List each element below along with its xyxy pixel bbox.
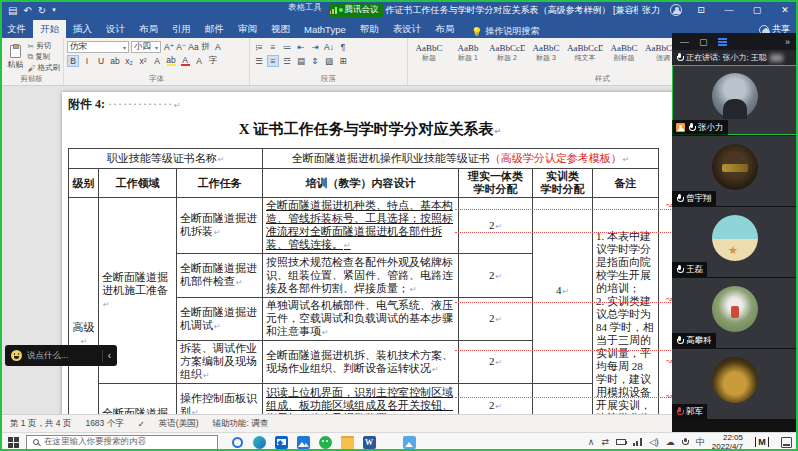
style-chip-5[interactable]: AaBbC副标题 <box>606 43 642 63</box>
ribbon-tab-5[interactable]: 引用 <box>165 20 198 38</box>
font-name-combo[interactable]: 仿宋▾ <box>67 41 129 53</box>
page-indicator[interactable]: 第 1 页，共 4 页 <box>10 418 71 430</box>
meeting-chat-bubble[interactable]: 说点什么... ‹ <box>5 345 117 366</box>
font-btn2-8[interactable]: A <box>179 55 191 67</box>
cortana-app-icon[interactable] <box>226 433 248 451</box>
chevron-up-icon[interactable]: ∧ <box>588 437 595 447</box>
start-button[interactable] <box>0 433 26 451</box>
participant-tile-1[interactable]: 曾宇翔 <box>672 136 798 206</box>
para-btn2-4[interactable]: ⇕ <box>309 55 321 67</box>
ribbon-tab-6[interactable]: 邮件 <box>198 20 231 38</box>
para-btn1-3[interactable]: ⇤ <box>295 41 307 53</box>
chat-placeholder[interactable]: 说点什么... <box>27 350 97 362</box>
font-btn2-3[interactable]: ab <box>109 55 121 67</box>
style-chip-0[interactable]: AaBbC标题 <box>411 43 447 63</box>
word-app-icon[interactable]: W <box>358 433 380 451</box>
font-btn2-4[interactable]: x₂ <box>123 55 135 67</box>
participant-tile-2[interactable]: 王磊 <box>672 207 798 277</box>
language-indicator[interactable]: 英语(美国) <box>159 418 199 430</box>
panel-maximize-icon[interactable]: ▢ <box>699 37 708 47</box>
font-btn1-2[interactable]: Aa <box>187 41 199 53</box>
collapse-icon[interactable]: ‹ <box>108 350 111 361</box>
ribbon-tab-1[interactable]: 开始 <box>33 20 66 38</box>
copy-button[interactable]: ⧉复制 <box>28 52 61 62</box>
para-btn2-3[interactable]: ▤ <box>295 55 307 67</box>
accessibility-status[interactable]: 辅助功能: 调查 <box>212 418 268 430</box>
ribbon-tab-11[interactable]: 表设计 <box>386 20 429 38</box>
font-size-combo[interactable]: 小四▾ <box>131 41 161 53</box>
battery-icon[interactable] <box>616 439 626 445</box>
tell-me-search[interactable]: 💡 操作说明搜索 <box>471 25 539 38</box>
font-btn1-1[interactable]: A⁻ <box>175 41 187 53</box>
font-btn2-7[interactable]: ab <box>165 55 177 67</box>
main-table[interactable]: 职业技能等级证书名称全断面隧道掘进机操作职业技能等级证书（高级学分认定参考模板）… <box>68 148 659 414</box>
meeting-app-icon[interactable]: M <box>750 433 774 451</box>
edge-app-icon[interactable] <box>248 433 270 451</box>
close-icon[interactable]: ✕ <box>776 5 794 15</box>
ribbon-tab-2[interactable]: 插入 <box>66 20 99 38</box>
undo-icon[interactable]: ↶ <box>23 5 31 16</box>
para-btn2-0[interactable]: ☰ <box>253 55 265 67</box>
ribbon-tab-7[interactable]: 审阅 <box>231 20 264 38</box>
paste-button[interactable]: 粘贴 <box>3 40 28 74</box>
para-btn1-0[interactable]: ⁝≡ <box>253 41 265 53</box>
restore-icon[interactable]: ▢ <box>748 5 766 15</box>
qat-dropdown-icon[interactable]: ▾ <box>52 6 56 14</box>
para-btn1-5[interactable]: A↓ <box>323 41 335 53</box>
ribbon-tab-12[interactable]: 布局 <box>428 20 461 38</box>
redo-icon[interactable]: ↻ <box>38 5 46 16</box>
mail-app-icon[interactable] <box>270 433 292 451</box>
panel-layout-icon[interactable] <box>718 38 727 46</box>
font-btn1-4[interactable]: A <box>212 41 224 53</box>
style-chip-1[interactable]: AaBb标题 1 <box>450 43 486 63</box>
font-btn2-2[interactable]: U <box>95 55 107 67</box>
para-btn2-6[interactable]: ⊞ <box>337 55 349 67</box>
meeting-status-widget[interactable]: 腾讯会议 <box>330 3 383 17</box>
image-viewer-app-icon[interactable] <box>398 433 420 451</box>
participant-tile-0[interactable]: 张小力 <box>672 65 798 135</box>
clock[interactable]: 22:05 2022/4/7 <box>712 433 743 451</box>
font-btn1-3[interactable]: 拼 <box>200 41 212 53</box>
panel-minimize-icon[interactable]: — <box>680 37 689 47</box>
para-btn2-1[interactable]: ≡ <box>267 55 279 67</box>
style-chip-3[interactable]: AaBbC标题 3 <box>528 43 564 63</box>
document-page[interactable]: 附件 4: ············· X 证书工作任务与学时学分对应关系表 职… <box>62 92 678 414</box>
para-btn1-2[interactable]: ≔ <box>281 41 293 53</box>
cut-button[interactable]: ✂剪切 <box>28 41 61 51</box>
mic-tray-icon[interactable] <box>682 438 689 447</box>
para-btn1-1[interactable]: ≡ <box>267 41 279 53</box>
font-btn2-6[interactable]: A <box>151 55 163 67</box>
ribbon-tab-4[interactable]: 布局 <box>132 20 165 38</box>
format-painter-button[interactable]: 🖌格式刷 <box>28 63 61 73</box>
style-chip-4[interactable]: AaBbCcDd纯文本 <box>567 43 603 63</box>
para-btn2-2[interactable]: ☲ <box>281 55 293 67</box>
ribbon-tab-9[interactable]: MathType <box>297 20 353 38</box>
file-explorer-app-icon[interactable] <box>336 433 358 451</box>
para-btn1-4[interactable]: ⇥ <box>309 41 321 53</box>
font-btn2-10[interactable]: 字 <box>207 55 219 67</box>
ribbon-tab-3[interactable]: 设计 <box>99 20 132 38</box>
font-btn2-0[interactable]: B <box>67 55 79 67</box>
font-btn2-9[interactable]: A <box>193 55 205 67</box>
taskbar-search[interactable]: 在这里输入你要搜索的内容 <box>26 435 218 450</box>
para-btn1-6[interactable]: ¶ <box>337 41 349 53</box>
save-icon[interactable]: ▤ <box>8 5 17 16</box>
minimize-icon[interactable]: — <box>720 5 738 15</box>
ime-indicator[interactable]: 中 <box>696 436 705 449</box>
network-toggle-icon[interactable]: ⇄ <box>601 437 609 447</box>
wifi-icon[interactable] <box>633 438 642 446</box>
participant-tile-3[interactable]: 高攀科 <box>672 278 798 348</box>
ribbon-display-options-icon[interactable]: ⊡ <box>692 5 710 15</box>
account-avatar[interactable] <box>670 4 682 16</box>
word-count[interactable]: 1683 个字 <box>85 418 123 430</box>
ribbon-tab-8[interactable]: 视图 <box>264 20 297 38</box>
account-name[interactable]: 张力 <box>642 4 660 17</box>
font-btn2-5[interactable]: x² <box>137 55 149 67</box>
participant-tile-4[interactable]: 郭军 <box>672 349 798 419</box>
para-btn2-5[interactable]: ▨ <box>323 55 335 67</box>
ribbon-tab-0[interactable]: 文件 <box>0 20 33 38</box>
font-btn1-0[interactable]: A⁺ <box>163 41 175 53</box>
wechat-app-icon[interactable] <box>314 433 336 451</box>
action-center-icon[interactable] <box>781 437 792 448</box>
spellcheck-icon[interactable]: ✓ <box>138 419 145 429</box>
